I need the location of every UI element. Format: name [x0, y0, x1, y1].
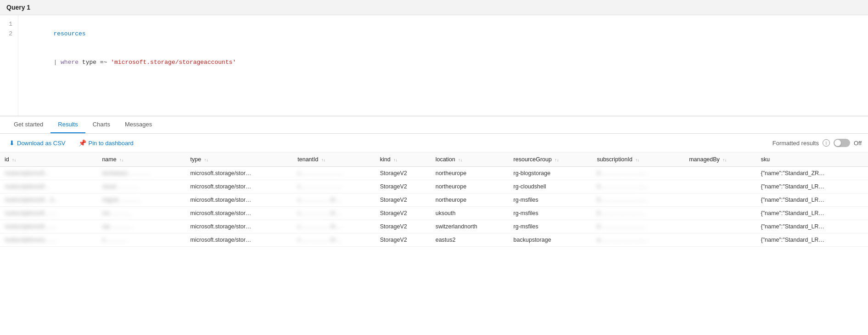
cell-resourceGroup-3: rg-msfiles — [509, 207, 593, 220]
line-numbers: 1 2 — [0, 15, 18, 116]
cell-resourceGroup-0: rg-blogstorage — [509, 167, 593, 180]
cell-tenantId-5: c……………-9-… — [293, 233, 375, 247]
tabs-bar: Get started Results Charts Messages — [0, 116, 868, 134]
cell-kind-1: StorageV2 — [375, 180, 431, 193]
cell-resourceGroup-1: rg-cloudshell — [509, 180, 593, 193]
query-title: Query 1 — [6, 4, 30, 11]
cell-resourceGroup-2: rg-msfiles — [509, 193, 593, 207]
pin-to-dashboard-label: Pin to dashboard — [89, 140, 134, 147]
cell-location-4: switzerlandnorth — [431, 220, 509, 233]
table-header-row: id ↑↓ name ↑↓ type ↑↓ tenantId ↑↓ kind ↑… — [0, 153, 868, 167]
pin-icon: 📌 — [78, 139, 86, 147]
cell-subscriptionId-1: 6…………………-… — [592, 180, 684, 193]
formatted-results-toggle[interactable] — [834, 139, 850, 147]
cell-managedBy-5 — [684, 233, 756, 247]
formatted-results-label: Formatted results — [773, 140, 819, 147]
cell-location-3: uksouth — [431, 207, 509, 220]
operator-type: type =~ — [78, 59, 111, 66]
col-header-location[interactable]: location ↑↓ — [431, 153, 509, 167]
cell-tenantId-0: c…………………. — [293, 167, 375, 180]
col-header-type[interactable]: type ↑↓ — [186, 153, 293, 167]
info-icon[interactable]: i — [823, 139, 830, 147]
table-row: /subscriptions/a…….s…………microsoft.storag… — [0, 233, 868, 247]
table-row: /subscriptions/6…….ms…………microsoft.stora… — [0, 207, 868, 220]
cell-id-1: /subscriptions/6… — [0, 180, 97, 193]
cell-name-2: migrat………… — [97, 193, 185, 207]
cell-sku-2: {"name":"Standard_LR… — [756, 193, 868, 207]
cell-managedBy-1 — [684, 180, 756, 193]
tab-messages[interactable]: Messages — [118, 116, 159, 133]
cell-sku-1: {"name":"Standard_LR… — [756, 180, 868, 193]
cell-id-3: /subscriptions/6……. — [0, 207, 97, 220]
cell-tenantId-4: c……………-9-… — [293, 220, 375, 233]
cell-kind-3: StorageV2 — [375, 207, 431, 220]
keyword-where: where — [61, 59, 78, 66]
pin-to-dashboard-button[interactable]: 📌 Pin to dashboard — [76, 137, 136, 148]
table-row: /subscriptions/6…3…migrat…………microsoft.s… — [0, 193, 868, 207]
cell-kind-4: StorageV2 — [375, 220, 431, 233]
cell-sku-4: {"name":"Standard_LR… — [756, 220, 868, 233]
cell-resourceGroup-4: rg-msfiles — [509, 220, 593, 233]
cell-subscriptionId-5: a…………………-… — [592, 233, 684, 247]
cell-managedBy-4 — [684, 220, 756, 233]
cell-location-0: northeurope — [431, 167, 509, 180]
cell-id-2: /subscriptions/6…3… — [0, 193, 97, 207]
col-header-id[interactable]: id ↑↓ — [0, 153, 97, 167]
table-row: /subscriptions/6…techielass…………microsoft… — [0, 167, 868, 180]
cell-resourceGroup-5: backupstorage — [509, 233, 593, 247]
pipe-char: | — [53, 59, 61, 66]
download-csv-label: Download as CSV — [17, 140, 66, 147]
cell-managedBy-3 — [684, 207, 756, 220]
cell-name-1: cloud………… — [97, 180, 185, 193]
col-header-subscriptionid[interactable]: subscriptionId ↑↓ — [592, 153, 684, 167]
results-panel: ⬇ Download as CSV 📌 Pin to dashboard For… — [0, 134, 868, 335]
table-row: /subscriptions/6…cloud…………microsoft.stor… — [0, 180, 868, 193]
cell-subscriptionId-3: 6…………………… — [592, 207, 684, 220]
cell-location-5: eastus2 — [431, 233, 509, 247]
cell-tenantId-3: c……………-9-… — [293, 207, 375, 220]
col-header-name[interactable]: name ↑↓ — [97, 153, 185, 167]
cell-type-0: microsoft.storage/stor… — [186, 167, 293, 180]
tab-results[interactable]: Results — [50, 116, 85, 133]
col-header-resourcegroup[interactable]: resourceGroup ↑↓ — [509, 153, 593, 167]
tab-charts[interactable]: Charts — [85, 116, 118, 133]
col-header-kind[interactable]: kind ↑↓ — [375, 153, 431, 167]
col-header-tenantid[interactable]: tenantId ↑↓ — [293, 153, 375, 167]
col-header-sku[interactable]: sku — [756, 153, 868, 167]
results-table-wrapper[interactable]: id ↑↓ name ↑↓ type ↑↓ tenantId ↑↓ kind ↑… — [0, 153, 868, 335]
results-table: id ↑↓ name ↑↓ type ↑↓ tenantId ↑↓ kind ↑… — [0, 153, 868, 247]
cell-location-1: northeurope — [431, 180, 509, 193]
cell-kind-5: StorageV2 — [375, 233, 431, 247]
cell-name-3: ms………… — [97, 207, 185, 220]
string-value: 'microsoft.storage/storageaccounts' — [111, 59, 236, 66]
table-body: /subscriptions/6…techielass…………microsoft… — [0, 167, 868, 247]
toggle-track[interactable] — [834, 139, 850, 147]
cell-subscriptionId-0: 6…………………-… — [592, 167, 684, 180]
col-header-managedby[interactable]: managedBy ↑↓ — [684, 153, 756, 167]
cell-name-5: s………… — [97, 233, 185, 247]
download-icon: ⬇ — [9, 139, 15, 147]
cell-type-4: microsoft.storage/stor… — [186, 220, 293, 233]
cell-tenantId-2: c……………-9-… — [293, 193, 375, 207]
tab-get-started[interactable]: Get started — [6, 116, 50, 133]
cell-sku-0: {"name":"Standard_ZR… — [756, 167, 868, 180]
cell-kind-0: StorageV2 — [375, 167, 431, 180]
code-line-2: | where type =~ 'microsoft.storage/stora… — [25, 48, 862, 77]
code-content[interactable]: resources | where type =~ 'microsoft.sto… — [18, 15, 868, 116]
code-editor[interactable]: 1 2 resources | where type =~ 'microsoft… — [0, 15, 868, 116]
cell-type-3: microsoft.storage/stor… — [186, 207, 293, 220]
cell-type-1: microsoft.storage/stor… — [186, 180, 293, 193]
cell-managedBy-2 — [684, 193, 756, 207]
query-title-bar: Query 1 — [0, 0, 868, 15]
code-line-1: resources — [25, 20, 862, 48]
toggle-thumb — [834, 140, 841, 146]
cell-subscriptionId-4: 6…………………… — [592, 220, 684, 233]
download-csv-button[interactable]: ⬇ Download as CSV — [6, 137, 68, 148]
cell-kind-2: StorageV2 — [375, 193, 431, 207]
cell-id-5: /subscriptions/a……. — [0, 233, 97, 247]
toggle-off-label: Off — [854, 140, 862, 147]
cell-subscriptionId-2: 6…………………-… — [592, 193, 684, 207]
results-toolbar: ⬇ Download as CSV 📌 Pin to dashboard For… — [0, 134, 868, 153]
cell-name-0: techielass………… — [97, 167, 185, 180]
cell-sku-5: {"name":"Standard_LR… — [756, 233, 868, 247]
